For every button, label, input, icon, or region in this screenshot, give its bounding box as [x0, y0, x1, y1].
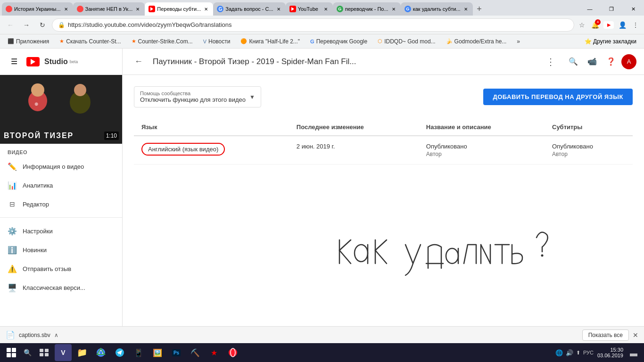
tab-7-close[interactable]: ✕: [462, 6, 469, 12]
community-dropdown[interactable]: Помощь сообщества Отключить функцию для …: [134, 86, 261, 107]
back-nav-button[interactable]: ←: [4, 18, 17, 32]
help-button[interactable]: ❓: [603, 53, 619, 70]
tab-6[interactable]: G переводчик - По... ✕: [333, 2, 401, 16]
taskbar-search-button[interactable]: 🔍: [21, 346, 34, 359]
info-icon: ℹ️: [8, 245, 17, 255]
bookmarks-bar: ⬛ Приложения ★ Скачать Counter-St... ★ C…: [0, 34, 644, 49]
bookmark-translate-label: Переводчик Google: [316, 38, 368, 45]
tab-7-label: как удалить субти...: [413, 6, 461, 12]
download-close-button[interactable]: ✕: [633, 331, 638, 339]
translations-table: Язык Последнее изменение Название и опис…: [134, 119, 633, 165]
taskbar-app-photo[interactable]: 🖼️: [149, 344, 166, 361]
bookmark-counter1[interactable]: ★ Скачать Counter-St...: [56, 37, 124, 46]
tab-5[interactable]: YouTube ✕: [286, 2, 333, 16]
url-box[interactable]: 🔒 https://studio.youtube.com/video/zyymY…: [52, 18, 574, 32]
tab-7[interactable]: G как удалить субти... ✕: [401, 2, 473, 16]
bookmark-counter2[interactable]: ★ Counter-Strike.Com...: [128, 37, 197, 46]
sidebar-item-editor[interactable]: ⊟ Редактор: [0, 195, 122, 214]
download-expand-arrow[interactable]: ∧: [54, 332, 58, 338]
window-controls: — ❐ ✕: [579, 2, 644, 16]
minimize-button[interactable]: —: [579, 2, 601, 16]
bookmark-halflife-label: Книга "Half-Life 2...": [249, 38, 300, 45]
taskbar-app-chrome[interactable]: [92, 344, 109, 361]
tab-5-label: YouTube: [298, 6, 321, 12]
tab-1[interactable]: История Украины... ✕: [2, 2, 73, 16]
bookmark-vk[interactable]: V Новости: [199, 37, 234, 46]
start-button[interactable]: [4, 345, 19, 360]
user-avatar[interactable]: A: [621, 54, 636, 69]
notification-area-button[interactable]: [627, 346, 640, 359]
network-icon[interactable]: 🌐: [555, 349, 563, 356]
title-desc-status: Опубликовано: [426, 143, 537, 150]
tab-2-close[interactable]: ✕: [134, 6, 141, 12]
tab-3[interactable]: Переводы субти... ✕: [145, 2, 213, 16]
browser-menu-icon[interactable]: ⋮: [631, 20, 640, 30]
annotation-overlay: [330, 226, 575, 293]
show-all-button[interactable]: Показать все: [582, 329, 629, 341]
new-tab-button[interactable]: +: [473, 2, 486, 16]
sidebar-item-settings[interactable]: ⚙️ Настройки: [0, 222, 122, 240]
tab-4[interactable]: G Задать вопрос - С... ✕: [213, 2, 285, 16]
clock-date: 03.06.2019: [597, 353, 623, 358]
sidebar-item-feedback[interactable]: ⚠️ Отправить отзыв: [0, 259, 122, 278]
bookmark-translate[interactable]: G Переводчик Google: [306, 37, 371, 46]
video-thumbnail[interactable]: ⊕ ВТОРОЙ ТИЗЕР 1:10: [0, 75, 123, 144]
address-bar: ← → ↻ 🔒 https://studio.youtube.com/video…: [0, 16, 644, 34]
svg-rect-12: [45, 353, 49, 356]
bookmark-more[interactable]: »: [513, 37, 524, 46]
bookmark-apps[interactable]: ⬛ Приложения: [4, 37, 53, 46]
taskbar-app-red[interactable]: ★: [206, 344, 223, 361]
video-duration: 1:10: [104, 132, 119, 140]
annotation-svg: [330, 226, 575, 292]
search-button[interactable]: 🔍: [565, 53, 582, 70]
add-translation-button[interactable]: ДОБАВИТЬ ПЕРЕВОД НА ДРУГОЙ ЯЗЫК: [483, 89, 633, 105]
taskbar-app-photoshop[interactable]: Ps: [168, 344, 185, 361]
taskbar-app-v[interactable]: V: [55, 344, 72, 361]
top-header: ← Паутинник - Второй Тизер - 2019 - Spid…: [123, 49, 644, 75]
maximize-button[interactable]: ❐: [601, 2, 622, 16]
sidebar-item-info[interactable]: ✏️ Информация о видео: [0, 157, 122, 176]
yt-icon[interactable]: ▶: [603, 21, 614, 29]
tab-1-close[interactable]: ✕: [63, 6, 69, 12]
browser-action-icons: ☆ 🔔4 ▶ 👤 ⋮: [577, 20, 640, 30]
classic-icon: 🖥️: [8, 283, 17, 292]
taskbar-app-telegram[interactable]: [111, 344, 128, 361]
user-icon[interactable]: 👤: [618, 20, 627, 30]
tab-3-close[interactable]: ✕: [203, 6, 209, 12]
taskbar-app-taskview[interactable]: [36, 344, 53, 361]
bookmark-godmode[interactable]: 🍌 Godmode/Extra he...: [442, 37, 511, 46]
svg-rect-10: [45, 349, 49, 352]
other-bookmarks[interactable]: ⭐ Другие закладки: [581, 37, 640, 46]
main-content: ← Паутинник - Второй Тизер - 2019 - Spid…: [123, 49, 644, 326]
notifications-icon[interactable]: 🔔4: [590, 20, 600, 30]
subtitles-status-block: Опубликовано Автор: [552, 143, 625, 157]
back-button[interactable]: ←: [130, 53, 147, 70]
forward-nav-button[interactable]: →: [20, 18, 33, 32]
bookmark-halflife[interactable]: 🟠 Книга "Half-Life 2...": [237, 37, 304, 46]
bookmark-more-label: »: [517, 38, 520, 45]
taskbar-app-viber[interactable]: 📱: [130, 344, 147, 361]
col-header-language: Язык: [134, 119, 289, 136]
hamburger-menu-button[interactable]: ☰: [6, 53, 23, 70]
bookmark-counter2-label: Counter-Strike.Com...: [138, 38, 193, 45]
sidebar-item-whats-new[interactable]: ℹ️ Новинки: [0, 240, 122, 259]
tab-2[interactable]: Занятие НЕП в Ук... ✕: [73, 2, 145, 16]
tab-6-close[interactable]: ✕: [390, 6, 397, 12]
tab-5-close[interactable]: ✕: [322, 6, 329, 12]
bookmark-iddqd-label: IDDQD~ God mod...: [384, 38, 435, 45]
taskbar-app-minecraft[interactable]: ⛏️: [187, 344, 204, 361]
community-row: Помощь сообщества Отключить функцию для …: [134, 86, 633, 107]
close-button[interactable]: ✕: [622, 2, 644, 16]
bookmark-iddqd[interactable]: ⬡ IDDQD~ God mod...: [374, 37, 439, 46]
more-options-button[interactable]: ⋮: [542, 53, 559, 70]
taskbar-app-explorer[interactable]: 📁: [74, 344, 91, 361]
tab-4-close[interactable]: ✕: [275, 6, 282, 12]
sidebar-item-analytics[interactable]: 📊 Аналитика: [0, 176, 122, 195]
tab-3-label: Переводы субти...: [157, 6, 201, 12]
volume-icon[interactable]: 🔊: [566, 349, 573, 356]
reload-button[interactable]: ↻: [36, 18, 49, 32]
taskbar-app-opera[interactable]: [224, 344, 241, 361]
sidebar-item-classic[interactable]: 🖥️ Классическая верси...: [0, 278, 122, 297]
bookmark-star-icon[interactable]: ☆: [577, 20, 586, 30]
create-video-button[interactable]: 📹: [584, 53, 601, 70]
